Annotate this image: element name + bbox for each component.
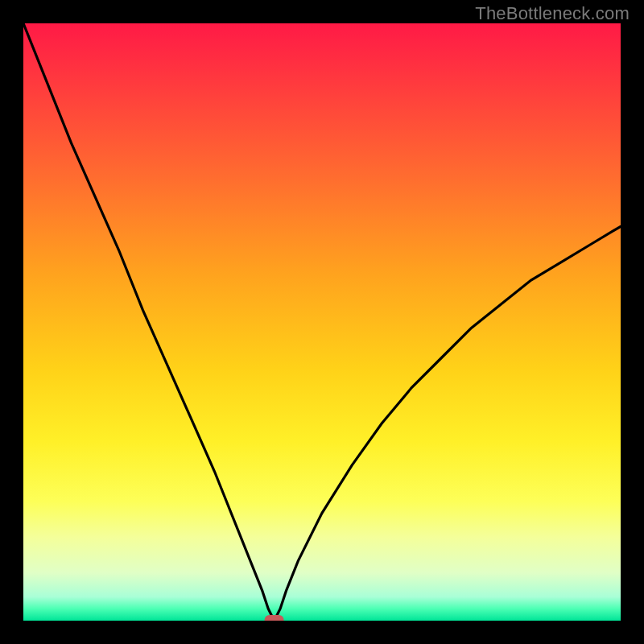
min-marker <box>265 615 284 621</box>
watermark-label: TheBottleneck.com <box>475 3 630 24</box>
bottleneck-curve-svg <box>23 23 621 621</box>
bottleneck-curve-line <box>23 23 621 621</box>
chart-plot-area <box>23 23 621 621</box>
